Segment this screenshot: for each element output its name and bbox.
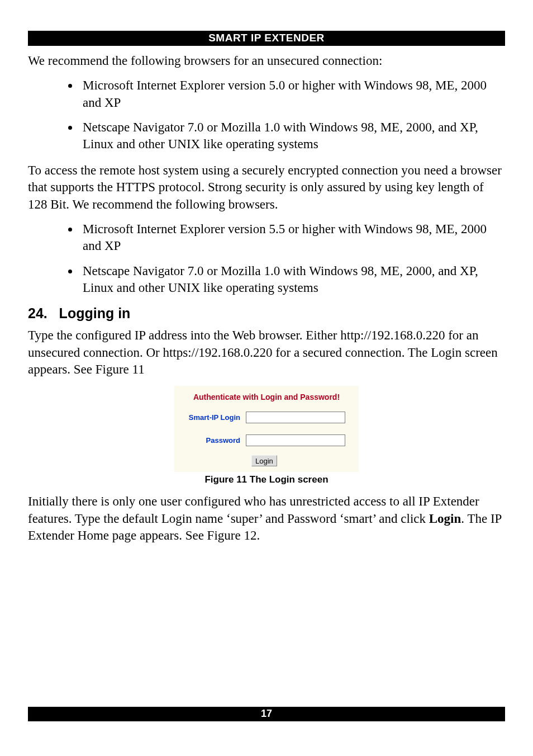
section-heading: 24. Logging in xyxy=(28,305,505,322)
intro-paragraph: We recommend the following browsers for … xyxy=(28,53,505,69)
figure-caption: Figure 11 The Login screen xyxy=(28,474,505,485)
login-username-input[interactable] xyxy=(246,412,345,423)
list-item: Microsoft Internet Explorer version 5.0 … xyxy=(79,77,505,111)
header-bar: SMART IP EXTENDER xyxy=(28,31,505,46)
footer-bar: 17 xyxy=(28,707,505,721)
section-number: 24. xyxy=(28,305,47,321)
post-figure-paragraph: Initially there is only one user configu… xyxy=(28,493,505,544)
secure-paragraph: To access the remote host system using a… xyxy=(28,162,505,213)
login-password-label: Password xyxy=(180,436,246,445)
list-item: Netscape Navigator 7.0 or Mozilla 1.0 wi… xyxy=(79,263,505,297)
list-item: Netscape Navigator 7.0 or Mozilla 1.0 wi… xyxy=(79,119,505,153)
section-title: Logging in xyxy=(59,305,131,321)
login-password-input[interactable] xyxy=(246,434,345,446)
para4-bold: Login xyxy=(429,512,461,526)
login-banner: Authenticate with Login and Password! xyxy=(180,393,353,401)
login-screen-figure: Authenticate with Login and Password! Sm… xyxy=(174,386,359,472)
login-button[interactable]: Login xyxy=(251,455,277,466)
para4-pre: Initially there is only one user configu… xyxy=(28,494,479,525)
logging-in-paragraph: Type the configured IP address into the … xyxy=(28,327,505,378)
list-item: Microsoft Internet Explorer version 5.5 … xyxy=(79,221,505,255)
login-username-label: Smart-IP Login xyxy=(180,413,246,422)
browser-list-unsecured: Microsoft Internet Explorer version 5.0 … xyxy=(28,77,505,153)
browser-list-secured: Microsoft Internet Explorer version 5.5 … xyxy=(28,221,505,296)
